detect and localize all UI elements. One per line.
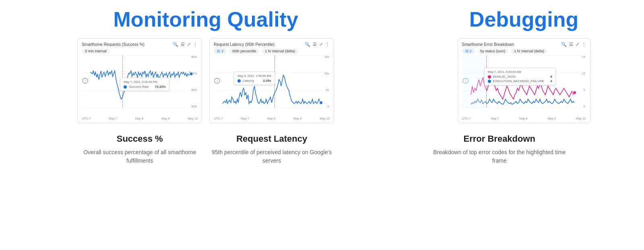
filter-pill-interval-error[interactable]: 1 hr interval (delta) — [511, 49, 547, 54]
tooltip-success: May 7, 2021, 5:00:00 PM Success Rate 73.… — [120, 78, 169, 91]
content-section-left: Success % Overall success percentage of … — [16, 134, 395, 165]
tooltip-series-error-1: INVALID_JSON — [493, 75, 516, 79]
tooltip-date-success: May 7, 2021, 5:00:00 PM — [124, 80, 166, 84]
filter-pill-interval[interactable]: 5 min interval — [82, 49, 110, 54]
request-latency-card: Request Latency (95th Percentile) 🔍 ☰ ⤢ … — [209, 38, 334, 123]
x-label-l-1: May 7 — [241, 117, 249, 120]
y-label-s-2: 70% — [191, 72, 197, 75]
x-axis-latency: UTC-7 May 7 May 8 May 9 May 10 — [214, 117, 330, 120]
chart-title-error: Smarthome Error Breakdown — [462, 42, 514, 47]
filter-pill-status[interactable]: by status (sum) — [477, 49, 509, 54]
x-label-s-2: May 8 — [135, 117, 143, 120]
expand-icon-1[interactable]: ⤢ — [187, 42, 191, 47]
tooltip-dot-latency — [237, 79, 241, 83]
debugging-title: Debugging — [469, 8, 579, 31]
y-label-e-1: 15 — [582, 56, 585, 58]
y-label-l-4: 0 — [327, 105, 329, 108]
expand-icon-2[interactable]: ⤢ — [319, 42, 323, 47]
chart-header-success: Smarthome Requests (Success %) 🔍 ☰ ⤢ ⋮ — [82, 42, 198, 47]
success-content: Success % Overall success percentage of … — [77, 134, 202, 165]
legend-icon-2[interactable]: ☰ — [313, 42, 317, 47]
svg-text:i: i — [217, 79, 218, 83]
tooltip-date-error: May 7, 2021, 8:30:00 AM — [488, 70, 552, 74]
content-row: Success % Overall success percentage of … — [16, 134, 628, 165]
y-label-s-1: 80% — [191, 56, 197, 58]
filter-pill-count-error[interactable]: ⊟ 2 — [462, 49, 475, 54]
filter-pill-percentile[interactable]: 95th percentile — [229, 49, 259, 54]
chart-icons-success: 🔍 ☰ ⤢ ⋮ — [173, 42, 198, 47]
x-label-s-1: May 7 — [109, 117, 117, 120]
x-label-e-2: May 8 — [519, 117, 527, 120]
tooltip-row-error-2: EXECUTION_BACKEND_FAILURE 4 — [488, 79, 552, 83]
x-axis-success: UTC-7 May 7 May 8 May 9 May 10 — [82, 117, 198, 120]
filter-pill-count-latency[interactable]: ⊟ 2 — [214, 49, 227, 54]
svg-point-24 — [573, 91, 576, 95]
success-subtitle: Success % — [77, 134, 202, 144]
tooltip-value-latency: 2.25s — [259, 79, 271, 83]
x-label-e-4: May 10 — [576, 117, 586, 120]
top-row: Monitoring Quality Smarthome Requests (S… — [16, 8, 628, 123]
chart-icons-latency: 🔍 ☰ ⤢ ⋮ — [305, 42, 330, 47]
legend-icon-3[interactable]: ☰ — [569, 42, 573, 47]
tooltip-row-success: Success Rate 73.33% — [124, 85, 166, 89]
y-axis-latency: 15s 10s 5s 0 — [324, 56, 330, 108]
error-breakdown-card: Smarthome Error Breakdown 🔍 ☰ ⤢ ⋮ ⊟ 2 by… — [458, 38, 590, 123]
svg-rect-22 — [462, 56, 487, 108]
x-label-e-3: May 9 — [548, 117, 556, 120]
x-label-l-4: May 10 — [320, 117, 330, 120]
tooltip-series-error-2: EXECUTION_BACKEND_FAILURE — [493, 79, 545, 83]
x-axis-error: UTC-7 May 7 May 8 May 9 May 10 — [462, 117, 586, 120]
tooltip-error: May 7, 2021, 8:30:00 AM INVALID_JSON 8 E… — [484, 68, 556, 85]
y-label-l-3: 5s — [326, 89, 329, 91]
tooltip-series-success: Success Rate — [129, 85, 149, 89]
search-icon-2[interactable]: 🔍 — [305, 42, 310, 47]
latency-content: Request Latency 95th percentile of perce… — [209, 134, 334, 165]
tooltip-dot-success — [124, 85, 127, 89]
y-label-e-4: 0 — [584, 105, 585, 108]
error-subtitle: Error Breakdown — [433, 134, 566, 144]
more-icon-1[interactable]: ⋮ — [193, 42, 198, 47]
tooltip-value-error-1: 8 — [546, 75, 552, 79]
tooltip-date-latency: May 8, 2021, 1:00:00 AM — [237, 74, 271, 78]
chart-filters-success: 5 min interval — [82, 49, 198, 54]
y-label-e-2: 10 — [582, 72, 585, 75]
chart-filters-error: ⊟ 2 by status (sum) 1 hr interval (delta… — [462, 49, 586, 54]
more-icon-3[interactable]: ⋮ — [582, 42, 586, 47]
chart-header-latency: Request Latency (95th Percentile) 🔍 ☰ ⤢ … — [214, 42, 330, 47]
x-label-s-0: UTC-7 — [82, 117, 91, 120]
search-icon-1[interactable]: 🔍 — [173, 42, 178, 47]
filter-pill-interval-latency[interactable]: 1 hr interval (delta) — [262, 49, 298, 54]
y-label-s-3: 60% — [191, 89, 197, 91]
svg-text:i: i — [85, 79, 86, 83]
x-label-s-3: May 9 — [161, 117, 169, 120]
y-label-s-4: 50% — [191, 105, 197, 108]
tooltip-latency: May 8, 2021, 1:00:00 AM Latency 2.25s — [234, 72, 275, 85]
error-content: Error Breakdown Breakdown of top error c… — [433, 134, 566, 165]
expand-icon-3[interactable]: ⤢ — [576, 42, 579, 47]
tooltip-value-success: 73.33% — [151, 85, 166, 89]
x-label-e-1: May 7 — [491, 117, 499, 120]
more-icon-2[interactable]: ⋮ — [325, 42, 330, 47]
chart-area-error: 15 10 5 0 i — [462, 56, 586, 116]
tooltip-value-error-2: 4 — [546, 79, 552, 83]
x-label-l-0: UTC-7 — [214, 117, 223, 120]
search-icon-3[interactable]: 🔍 — [561, 42, 567, 47]
success-desc: Overall success percentage of all smarth… — [77, 148, 202, 165]
x-label-s-4: May 10 — [188, 117, 198, 120]
x-label-l-3: May 9 — [293, 117, 301, 120]
chart-area-success: 80% 70% 60% 50% i — [82, 56, 198, 116]
charts-row: Smarthome Requests (Success %) 🔍 ☰ ⤢ ⋮ 5… — [16, 38, 395, 123]
y-label-l-1: 15s — [324, 56, 329, 58]
chart-filters-latency: ⊟ 2 95th percentile 1 hr interval (delta… — [214, 49, 330, 54]
legend-icon-1[interactable]: ☰ — [181, 42, 185, 47]
tooltip-row-latency: Latency 2.25s — [237, 79, 271, 83]
content-section-right: Error Breakdown Breakdown of top error c… — [395, 134, 603, 165]
chart-icons-error: 🔍 ☰ ⤢ ⋮ — [561, 42, 586, 47]
latency-subtitle: Request Latency — [209, 134, 334, 144]
y-axis-error: 15 10 5 0 — [582, 56, 586, 108]
latency-desc: 95th percentile of perceived latency on … — [209, 148, 334, 165]
y-axis-success: 80% 70% 60% 50% — [191, 56, 198, 108]
monitoring-quality-section: Monitoring Quality Smarthome Requests (S… — [16, 8, 395, 123]
svg-point-15 — [320, 101, 323, 105]
x-label-e-0: UTC-7 — [462, 117, 471, 120]
